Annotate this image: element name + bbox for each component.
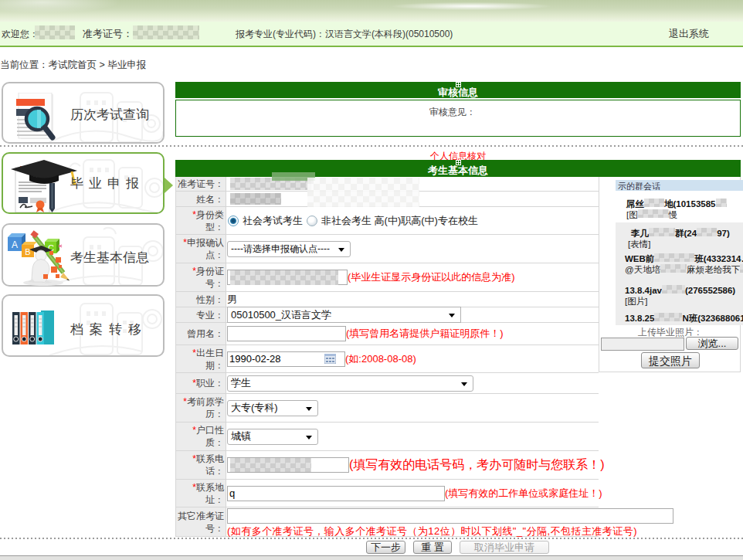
svg-text:B: B (25, 247, 30, 256)
svg-text:A: A (12, 239, 18, 250)
